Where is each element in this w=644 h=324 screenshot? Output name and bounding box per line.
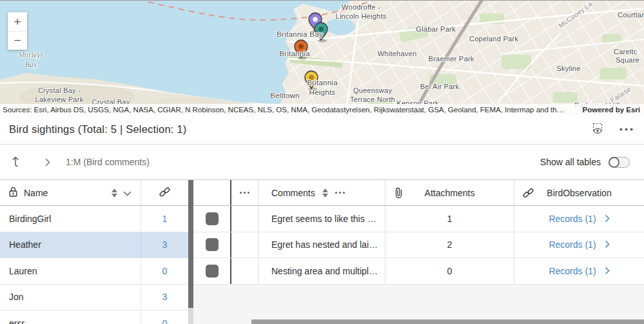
sort-icon[interactable] [112,188,117,197]
related-table-header: Comments Attachments [193,180,644,206]
back-to-table-button[interactable] [12,155,21,169]
row-menu-cell [230,232,258,258]
map-label: Whitehaven [378,49,417,58]
relationship-bar: 1:M (Bird comments) Show all tables [0,145,644,179]
map-label: Queensway Terrace North [350,86,395,105]
table-titlebar: Bird sightings (Total: 5 | Selection: 1) [0,115,644,145]
name-cell: ersr [0,310,141,324]
map-label: Crystal Bay - Lakeview Park [35,86,84,105]
horizontal-scrollbar[interactable] [193,319,644,324]
name-column-header[interactable]: Name [0,180,141,205]
table-row[interactable]: Lauren 0 [0,258,188,285]
origin-table-header: Name [0,180,188,206]
feature-symbol[interactable] [206,265,219,278]
tables-region: Name [0,179,644,324]
chevron-down-icon[interactable] [123,188,132,198]
sort-icon[interactable] [322,188,328,197]
row-menu-column-header[interactable] [230,180,258,205]
map-label: Woodroffe - Lincoln Heights [336,3,387,21]
records-link[interactable]: Records (1) [549,214,609,224]
zoom-out-button[interactable]: − [8,31,27,50]
map-label: Belltown [270,91,299,101]
powered-by-esri: Powered by Esri [576,106,644,114]
lock-icon [8,187,18,199]
name-cell: Lauren [0,258,141,284]
table-row[interactable]: Egret seems to like this area 1 Records … [193,206,644,232]
comment-cell: Egret seems to like this area [271,214,378,224]
relationship-label: 1:M (Bird comments) [66,157,150,167]
symbol-column-header [193,180,230,205]
map-label: Braemer Park [429,54,474,63]
name-cell: BirdingGirl [0,206,141,232]
map-canvas[interactable]: Woodroffe - Lincoln Heights Glabar Park … [0,1,644,116]
zoom-control: + − [8,12,27,50]
link-icon [523,187,534,198]
map-label: Britannia [279,49,310,59]
related-table: Comments Attachments [193,180,644,324]
feature-symbol[interactable] [206,212,219,225]
chevron-right-icon [605,266,610,276]
records-link-label: Records (1) [549,266,596,276]
table-row-selected[interactable]: Heather 3 [0,232,188,259]
ellipsis-icon [240,192,249,194]
vertical-scrollbar-thumb[interactable] [188,180,193,308]
birdobservation-column-header[interactable]: BirdObservation [514,180,644,205]
attachments-column-header[interactable]: Attachments [385,180,514,205]
related-count-link[interactable]: 3 [141,285,188,310]
table-row[interactable]: BirdingGirl 1 [0,206,188,232]
map-label: Glabar Park [416,25,455,34]
map-attribution: Sources: Esri, Airbus DS, USGS, NGA, NAS… [0,104,644,115]
related-count-link[interactable]: 1 [141,206,188,232]
table-panel: Bird sightings (Total: 5 | Selection: 1) [0,115,644,324]
selection-eye-icon [591,122,605,137]
map-label: Skyline [556,64,580,73]
horizontal-scrollbar-thumb[interactable] [251,319,644,324]
table-title: Bird sightings (Total: 5 | Selection: 1) [9,123,187,136]
records-link[interactable]: Records (1) [549,239,609,250]
origin-table: Name [0,180,188,324]
chevron-right-icon [605,214,610,224]
map-label: Britannia Heights [307,78,338,97]
attachments-cell: 0 [447,266,453,276]
chevron-right-icon [45,158,50,167]
related-count-column-header[interactable] [141,180,188,205]
map-label: Britannia Bay [277,30,323,39]
name-column-label: Name [24,188,48,198]
comments-column-header[interactable]: Comments [258,180,385,205]
related-count-link[interactable]: 0 [141,310,188,324]
attachments-cell: 2 [447,239,453,250]
table-row[interactable]: ersr 0 [0,310,188,324]
name-cell: Heather [0,232,141,258]
map-label: Bel Air Park [420,82,459,91]
name-cell: Jon [0,285,141,310]
map-label: Copeland Park [469,34,518,43]
attachments-cell: 1 [447,214,453,224]
show-selection-button[interactable] [591,122,605,137]
table-row[interactable]: Nesting area and multiplyi… 0 Records (1… [193,258,644,285]
map-label: Square [616,56,639,65]
records-link-label: Records (1) [549,239,596,250]
toggle-knob [609,157,620,168]
ellipsis-icon [620,128,632,130]
table-options-button[interactable] [621,128,631,130]
table-row[interactable]: Jon 3 [0,285,188,311]
app-window: Woodroffe - Lincoln Heights Glabar Park … [0,0,644,324]
vertical-scrollbar[interactable] [188,180,193,324]
records-link-label: Records (1) [549,214,596,224]
link-icon [159,187,170,199]
related-count-link[interactable]: 3 [141,232,188,258]
comment-cell: Egret has nested and laid … [271,239,378,250]
up-arrow-icon [12,155,21,169]
comments-column-label: Comments [271,188,315,198]
table-row[interactable]: Egret has nested and laid … 2 Records (1… [193,232,644,259]
map-label: Courtlan [618,10,644,19]
attribution-sources: Sources: Esri, Airbus DS, USGS, NGA, NAS… [0,106,576,114]
show-all-tables-toggle[interactable] [609,157,630,168]
feature-symbol[interactable] [206,238,219,251]
column-menu-icon[interactable] [335,192,345,194]
show-all-tables-label: Show all tables [540,157,601,167]
records-link[interactable]: Records (1) [549,266,609,276]
zoom-in-button[interactable]: + [8,12,27,31]
related-count-link[interactable]: 0 [141,258,188,284]
row-menu-cell [230,206,258,232]
